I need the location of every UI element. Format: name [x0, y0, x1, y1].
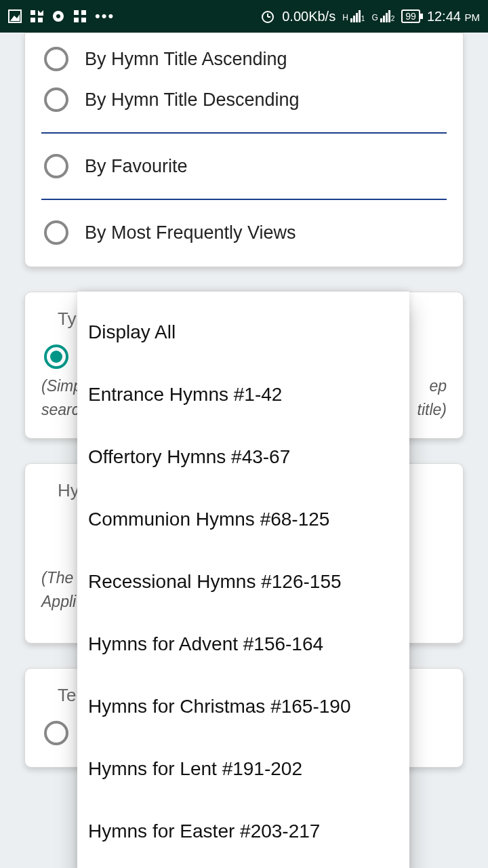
radio-icon [44, 721, 68, 745]
status-bar: ••• 0.00Kb/s H 1 G 2 99 12:44 PM [0, 0, 488, 33]
radio-icon [44, 47, 68, 71]
sort-option-favourite[interactable]: By Favourite [25, 146, 463, 186]
network-speed: 0.00Kb/s [282, 9, 336, 24]
card-hint: title) [401, 401, 463, 425]
radio-icon [44, 220, 68, 245]
status-left: ••• [8, 7, 115, 25]
alarm-icon [260, 9, 275, 24]
dropdown-item-lent[interactable]: Hymns for Lent #191-202 [77, 738, 409, 800]
svg-rect-9 [81, 10, 86, 15]
sort-card: By Hymn Title Ascending By Hymn Title De… [24, 33, 464, 267]
dropdown-item-recessional[interactable]: Recessional Hymns #126-155 [77, 551, 409, 613]
svg-marker-1 [10, 14, 20, 21]
status-right: 0.00Kb/s H 1 G 2 99 12:44 PM [260, 9, 480, 24]
sort-option-most-views[interactable]: By Most Frequently Views [25, 212, 463, 253]
picture-icon [8, 9, 22, 23]
grid-plus-icon [30, 9, 43, 23]
disc-icon [52, 9, 65, 23]
dropdown-item-communion[interactable]: Communion Hymns #68-125 [77, 488, 409, 551]
dropdown-item-display-all[interactable]: Display All [77, 301, 409, 363]
card-hint: ep [401, 377, 463, 401]
dropdown-item-offertory[interactable]: Offertory Hymns #43-67 [77, 426, 409, 488]
divider [41, 132, 447, 134]
dropdown-item-advent[interactable]: Hymns for Advent #156-164 [77, 613, 409, 675]
svg-rect-2 [30, 10, 35, 15]
sim2-signal-icon: G 2 [371, 10, 394, 22]
divider [41, 199, 447, 200]
svg-rect-4 [38, 18, 43, 22]
hymn-category-dropdown: Display All Entrance Hymns #1-42 Offerto… [77, 292, 409, 868]
radio-icon [44, 344, 68, 369]
sort-option-label: By Favourite [85, 156, 188, 177]
battery-icon: 99 [401, 9, 420, 23]
svg-marker-5 [38, 10, 43, 16]
svg-rect-8 [74, 10, 79, 15]
radio-icon [44, 87, 68, 112]
more-icon: ••• [95, 7, 115, 25]
clock-time: 12:44 PM [427, 9, 480, 24]
svg-point-7 [56, 14, 60, 18]
dropdown-item-entrance[interactable]: Entrance Hymns #1-42 [77, 363, 409, 426]
dropdown-item-christmas[interactable]: Hymns for Christmas #165-190 [77, 675, 409, 738]
sort-option-label: By Hymn Title Descending [85, 90, 300, 111]
sort-option-label: By Hymn Title Ascending [85, 49, 287, 70]
dropdown-item-easter[interactable]: Hymns for Easter #203-217 [77, 800, 409, 863]
svg-rect-11 [81, 18, 86, 22]
radio-icon [44, 154, 68, 178]
sort-option-label: By Most Frequently Views [85, 222, 296, 243]
svg-rect-10 [74, 18, 79, 22]
page-content: By Hymn Title Ascending By Hymn Title De… [0, 33, 488, 868]
sort-option-title-asc[interactable]: By Hymn Title Ascending [25, 39, 463, 79]
sort-option-title-desc[interactable]: By Hymn Title Descending [25, 79, 463, 120]
sim1-signal-icon: H 1 [342, 10, 365, 22]
grid-icon [73, 9, 87, 23]
svg-rect-3 [30, 18, 35, 22]
